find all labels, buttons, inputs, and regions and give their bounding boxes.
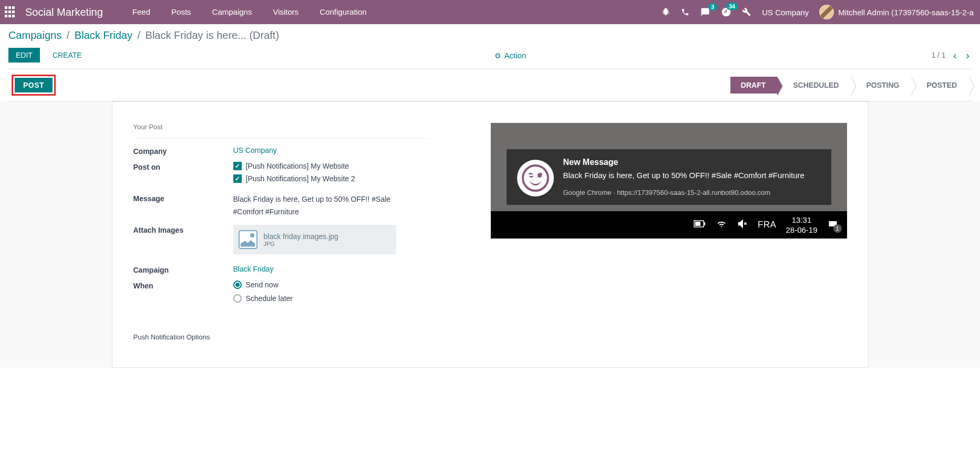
apps-icon[interactable] (4, 6, 17, 18)
breadcrumb-black-friday[interactable]: Black Friday (75, 29, 132, 41)
label-campaign: Campaign (133, 265, 233, 274)
value-message: Black Friday is here, Get up to 50% OFF!… (233, 193, 391, 219)
taskbar-lang: FRA (758, 220, 777, 230)
taskbar-notifications-icon: 1 (827, 219, 839, 231)
breadcrumb: Campaigns / Black Friday / Black Friday … (8, 29, 972, 42)
avatar (819, 5, 834, 19)
preview-taskbar: FRA 13:31 28-06-19 1 (491, 211, 847, 239)
value-company[interactable]: US Company (233, 146, 470, 156)
smiley-icon (522, 164, 549, 192)
label-attach: Attach Images (133, 225, 233, 254)
label-message: Message (133, 193, 233, 219)
attachment-name: black friday images.jpg (264, 232, 338, 241)
activity-badge: 34 (726, 3, 738, 10)
pager-value: 1 / 1 (931, 51, 945, 59)
statusbar: POST DRAFT SCHEDULED POSTING POSTED (8, 69, 972, 101)
post-on-option-1: [Push Notifications] My Website (246, 162, 349, 170)
company-switcher[interactable]: US Company (762, 8, 809, 17)
attachment-type: JPG (264, 241, 338, 247)
step-draft[interactable]: DRAFT (730, 77, 777, 94)
nav-menu: Feed Posts Campaigns Visitors Configurat… (122, 0, 377, 24)
systray: 3 34 US Company Mitchell Admin (17397560… (661, 5, 976, 19)
create-button[interactable]: CREATE (45, 48, 89, 63)
step-scheduled[interactable]: SCHEDULED (777, 77, 850, 94)
pager-next[interactable]: › (964, 49, 972, 61)
post-on-option-2: [Push Notifications] My Website 2 (246, 174, 355, 183)
section-push-options: Push Notification Options (133, 333, 470, 341)
tools-icon[interactable] (742, 7, 751, 17)
step-posting[interactable]: POSTING (850, 77, 911, 94)
nav-visitors[interactable]: Visitors (262, 0, 309, 24)
form-sheet: Your Post Company US Company Post on [Pu… (112, 101, 869, 368)
nav-campaigns[interactable]: Campaigns (202, 0, 263, 24)
divider (133, 138, 428, 139)
bug-icon[interactable] (661, 7, 670, 17)
radio-schedule-later[interactable] (233, 294, 242, 303)
post-button[interactable]: POST (15, 78, 53, 92)
edit-button[interactable]: EDIT (8, 48, 40, 63)
radio-send-now[interactable] (233, 281, 242, 289)
svg-rect-2 (704, 222, 705, 225)
attachment-card[interactable]: black friday images.jpg JPG (233, 225, 396, 254)
section-your-post: Your Post (133, 123, 470, 131)
action-menu[interactable]: Action (494, 51, 527, 60)
checkbox-website-1[interactable] (233, 162, 242, 170)
chat-icon[interactable]: 3 (700, 7, 710, 17)
checkbox-website-2[interactable] (233, 174, 242, 183)
control-panel: Campaigns / Black Friday / Black Friday … (0, 24, 980, 101)
wifi-icon (716, 219, 727, 231)
phone-icon[interactable] (681, 8, 689, 16)
value-campaign[interactable]: Black Friday (233, 265, 470, 274)
breadcrumb-campaigns[interactable]: Campaigns (8, 29, 61, 41)
notification-body: Black Friday is here, Get up to 50% OFF!… (563, 169, 804, 181)
post-button-highlight: POST (12, 75, 56, 96)
svg-rect-1 (695, 222, 700, 226)
when-send-now: Send now (246, 281, 278, 289)
label-company: Company (133, 146, 233, 156)
label-when: When (133, 281, 233, 307)
user-menu[interactable]: Mitchell Admin (17397560-saas-15-2-a (819, 5, 974, 19)
notification-title: New Message (563, 158, 804, 167)
pager: 1 / 1 ‹ › (931, 49, 972, 61)
action-label: Action (504, 51, 527, 60)
when-schedule-later: Schedule later (246, 294, 293, 303)
battery-icon (694, 220, 706, 230)
label-post-on: Post on (133, 162, 233, 187)
notification-icon (517, 160, 554, 196)
notification-card: New Message Black Friday is here, Get up… (507, 149, 831, 205)
chat-badge: 3 (708, 3, 717, 11)
notification-preview: New Message Black Friday is here, Get up… (491, 123, 847, 239)
status-steps: DRAFT SCHEDULED POSTING POSTED (730, 77, 968, 94)
breadcrumb-current: Black Friday is here... (Draft) (146, 29, 280, 41)
top-navbar: Social Marketing Feed Posts Campaigns Vi… (0, 0, 980, 24)
nav-posts[interactable]: Posts (161, 0, 202, 24)
nav-feed[interactable]: Feed (122, 0, 161, 24)
activity-icon[interactable]: 34 (721, 7, 731, 17)
volume-mute-icon (737, 219, 748, 231)
notification-footer: Google Chrome · https://17397560-saas-15… (563, 189, 804, 196)
step-posted[interactable]: POSTED (911, 77, 968, 94)
image-file-icon (239, 230, 257, 249)
gear-icon (494, 51, 501, 60)
app-title[interactable]: Social Marketing (25, 6, 103, 18)
pager-prev[interactable]: ‹ (951, 49, 959, 61)
nav-configuration[interactable]: Configuration (309, 0, 377, 24)
taskbar-datetime: 13:31 28-06-19 (786, 215, 817, 235)
user-name: Mitchell Admin (17397560-saas-15-2-a (838, 8, 974, 17)
